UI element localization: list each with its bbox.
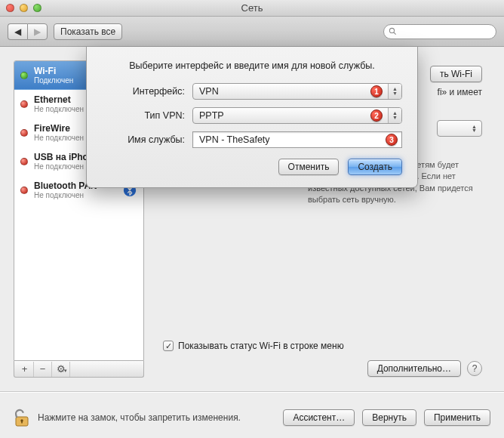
new-service-sheet: Выберите интерфейс и введите имя для нов… [86, 47, 418, 188]
status-dot [20, 187, 28, 194]
chevron-left-icon: ◀ [14, 26, 21, 37]
toolbar: ◀ ▶ Показать все [0, 17, 504, 47]
interface-label: Интерфейс: [102, 86, 185, 97]
service-name-value: VPN - TheSafety [199, 134, 270, 145]
status-dot [20, 158, 28, 165]
sidebar-footer: + − ⚙▾ [14, 361, 144, 378]
svg-line-1 [394, 32, 396, 35]
unlocked-lock-icon [14, 408, 30, 427]
lock-hint: Нажмите на замок, чтобы запретить измене… [38, 412, 275, 423]
assistant-button[interactable]: Ассистент… [283, 409, 355, 426]
gear-icon: ⚙▾ [57, 363, 66, 375]
question-icon: ? [472, 363, 478, 374]
sheet-title: Выберите интерфейс и введите имя для нов… [102, 60, 402, 71]
network-name-combo[interactable]: ▲▼ [437, 120, 482, 137]
callout-badge-3: 3 [386, 134, 398, 146]
nav-segment: ◀ ▶ [8, 23, 48, 40]
add-service-button[interactable]: + [16, 362, 34, 377]
interface-value: VPN [199, 86, 219, 97]
create-button[interactable]: Создать [348, 159, 402, 175]
toggle-wifi-button[interactable]: ть Wi-Fi [430, 66, 482, 82]
show-all-button[interactable]: Показать все [54, 23, 122, 40]
callout-badge-1: 1 [370, 85, 383, 97]
help-button[interactable]: ? [467, 361, 482, 376]
service-name-label: Имя службы: [102, 134, 185, 145]
show-status-checkbox[interactable]: ✓ [163, 341, 174, 351]
svg-rect-12 [21, 421, 23, 424]
service-actions-button[interactable]: ⚙▾ [52, 362, 70, 377]
titlebar: Сеть [0, 0, 504, 17]
callout-badge-2: 2 [370, 110, 383, 122]
vpn-type-label: Тип VPN: [102, 110, 185, 121]
search-input[interactable] [383, 24, 496, 39]
remove-service-button[interactable]: − [34, 362, 52, 377]
footer: Нажмите на замок, чтобы запретить измене… [14, 408, 490, 427]
cancel-button[interactable]: Отменить [278, 159, 340, 175]
stepper-arrows-icon: ▲▼ [388, 84, 401, 99]
window-title: Сеть [0, 2, 504, 14]
back-button[interactable]: ◀ [8, 23, 27, 40]
chevron-right-icon: ▶ [34, 26, 41, 37]
forward-button[interactable]: ▶ [27, 23, 48, 40]
status-dot [20, 100, 28, 108]
search-icon [389, 27, 397, 35]
status-dot [20, 72, 28, 79]
revert-button[interactable]: Вернуть [362, 409, 416, 426]
service-name-input[interactable]: VPN - TheSafety [192, 131, 402, 148]
stepper-arrows-icon: ▲▼ [388, 108, 401, 123]
lock-button[interactable] [14, 408, 30, 427]
vpn-type-value: PPTP [199, 110, 224, 121]
advanced-button[interactable]: Дополнительно… [367, 360, 461, 377]
service-status: Не подключен [34, 191, 119, 199]
svg-point-0 [389, 28, 394, 32]
show-status-label: Показывать статус Wi-Fi в строке меню [178, 341, 344, 351]
apply-button[interactable]: Применить [424, 409, 490, 426]
status-dot [20, 129, 28, 137]
